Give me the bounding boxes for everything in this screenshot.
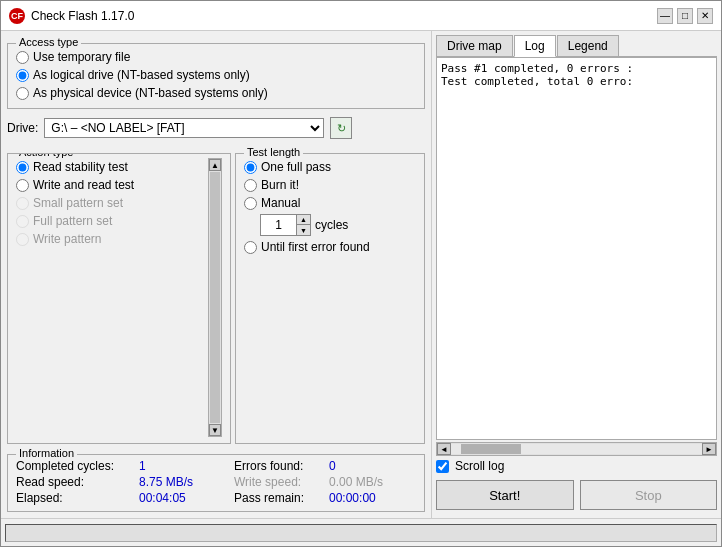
action-type-group: Action type Read stability test Write an…: [7, 153, 231, 444]
test-manual-radio[interactable]: [244, 197, 257, 210]
errors-found-label: Errors found:: [234, 459, 321, 473]
cycles-label: cycles: [315, 218, 348, 232]
action-full-radio[interactable]: [16, 215, 29, 228]
action-small-label: Small pattern set: [33, 196, 123, 210]
test-length-label: Test length: [244, 146, 303, 158]
test-burn-radio[interactable]: [244, 179, 257, 192]
left-panel: Access type Use temporary file As logica…: [1, 31, 431, 518]
right-panel: Drive map Log Legend Pass #1 completed, …: [431, 31, 721, 518]
log-area: Pass #1 completed, 0 errors : Test compl…: [436, 57, 717, 440]
cycles-row: ▲ ▼ cycles: [244, 212, 416, 238]
start-button[interactable]: Start!: [436, 480, 574, 510]
scroll-log-row: Scroll log: [436, 456, 717, 476]
read-speed-label: Read speed:: [16, 475, 131, 489]
tab-legend[interactable]: Legend: [557, 35, 619, 56]
access-type-option-physical: As physical device (NT-based systems onl…: [16, 84, 416, 102]
spinner-up[interactable]: ▲: [296, 215, 310, 225]
tab-drive-map[interactable]: Drive map: [436, 35, 513, 56]
test-burn: Burn it!: [244, 176, 416, 194]
scroll-down-arrow[interactable]: ▼: [209, 424, 221, 436]
log-scrollbar-horizontal[interactable]: ◄ ►: [436, 442, 717, 456]
drive-label: Drive:: [7, 121, 38, 135]
spinner-down[interactable]: ▼: [296, 225, 310, 235]
action-readwrite-label: Write and read test: [33, 178, 134, 192]
action-full-pattern: Full pattern set: [16, 212, 206, 230]
tabs: Drive map Log Legend: [436, 35, 717, 57]
refresh-button[interactable]: ↻: [330, 117, 352, 139]
tab-log[interactable]: Log: [514, 35, 556, 57]
access-physical-label: As physical device (NT-based systems onl…: [33, 86, 268, 100]
close-button[interactable]: ✕: [697, 8, 713, 24]
action-readwrite-radio[interactable]: [16, 179, 29, 192]
scroll-thumb[interactable]: [210, 172, 220, 423]
access-physical-radio[interactable]: [16, 87, 29, 100]
write-speed-value: 0.00 MB/s: [329, 475, 416, 489]
spinner-buttons: ▲ ▼: [296, 215, 310, 235]
scroll-log-checkbox[interactable]: [436, 460, 449, 473]
test-manual-label: Manual: [261, 196, 300, 210]
access-type-option-temp: Use temporary file: [16, 48, 416, 66]
read-speed-value: 8.75 MB/s: [139, 475, 226, 489]
elapsed-label: Elapsed:: [16, 491, 131, 505]
information-label: Information: [16, 447, 77, 459]
completed-cycles-value: 1: [139, 459, 226, 473]
app-icon: CF: [9, 8, 25, 24]
window-title: Check Flash 1.17.0: [31, 9, 134, 23]
refresh-icon: ↻: [337, 122, 346, 135]
elapsed-value: 00:04:05: [139, 491, 226, 505]
info-grid: Completed cycles: 1 Errors found: 0 Read…: [16, 459, 416, 505]
action-small-pattern: Small pattern set: [16, 194, 206, 212]
titlebar-controls: — □ ✕: [657, 8, 713, 24]
action-list: Read stability test Write and read test …: [16, 158, 222, 437]
action-scrollbar[interactable]: ▲ ▼: [208, 158, 222, 437]
scroll-left-button[interactable]: ◄: [437, 443, 451, 455]
access-temp-label: Use temporary file: [33, 50, 130, 64]
scroll-right-button[interactable]: ►: [702, 443, 716, 455]
titlebar-left: CF Check Flash 1.17.0: [9, 8, 134, 24]
access-logical-radio[interactable]: [16, 69, 29, 82]
access-type-label: Access type: [16, 36, 81, 48]
action-stability: Read stability test: [16, 158, 206, 176]
action-full-label: Full pattern set: [33, 214, 112, 228]
titlebar: CF Check Flash 1.17.0 — □ ✕: [1, 1, 721, 31]
test-one-full-radio[interactable]: [244, 161, 257, 174]
test-one-full: One full pass: [244, 158, 416, 176]
test-until-error: Until first error found: [244, 238, 416, 256]
access-type-option-logical: As logical drive (NT-based systems only): [16, 66, 416, 84]
log-line-1: Pass #1 completed, 0 errors :: [441, 62, 712, 75]
main-window: CF Check Flash 1.17.0 — □ ✕ Access type …: [0, 0, 722, 547]
test-length-group: Test length One full pass Burn it! Manua…: [235, 153, 425, 444]
action-write-label: Write pattern: [33, 232, 101, 246]
drive-row: Drive: G:\ – <NO LABEL> [FAT] ↻: [7, 113, 425, 143]
write-speed-label: Write speed:: [234, 475, 321, 489]
progress-bar: [5, 524, 717, 542]
test-manual: Manual: [244, 194, 416, 212]
scroll-track[interactable]: [451, 444, 702, 454]
cycles-input[interactable]: [261, 217, 296, 233]
action-readwrite: Write and read test: [16, 176, 206, 194]
drive-select[interactable]: G:\ – <NO LABEL> [FAT]: [44, 118, 324, 138]
action-write-radio[interactable]: [16, 233, 29, 246]
scroll-log-label: Scroll log: [455, 459, 504, 473]
log-line-2: Test completed, total 0 erro:: [441, 75, 712, 88]
action-stability-label: Read stability test: [33, 160, 128, 174]
errors-found-value: 0: [329, 459, 416, 473]
action-small-radio[interactable]: [16, 197, 29, 210]
action-stability-radio[interactable]: [16, 161, 29, 174]
test-until-label: Until first error found: [261, 240, 370, 254]
maximize-button[interactable]: □: [677, 8, 693, 24]
bottom-bar: [1, 518, 721, 546]
action-write-pattern: Write pattern: [16, 230, 206, 248]
completed-cycles-label: Completed cycles:: [16, 459, 131, 473]
test-burn-label: Burn it!: [261, 178, 299, 192]
cycles-spinner[interactable]: ▲ ▼: [260, 214, 311, 236]
stop-button[interactable]: Stop: [580, 480, 718, 510]
action-buttons: Start! Stop: [436, 476, 717, 514]
minimize-button[interactable]: —: [657, 8, 673, 24]
test-until-radio[interactable]: [244, 241, 257, 254]
access-temp-radio[interactable]: [16, 51, 29, 64]
access-logical-label: As logical drive (NT-based systems only): [33, 68, 250, 82]
scroll-up-arrow[interactable]: ▲: [209, 159, 221, 171]
test-one-full-label: One full pass: [261, 160, 331, 174]
scroll-thumb-h[interactable]: [461, 444, 521, 454]
